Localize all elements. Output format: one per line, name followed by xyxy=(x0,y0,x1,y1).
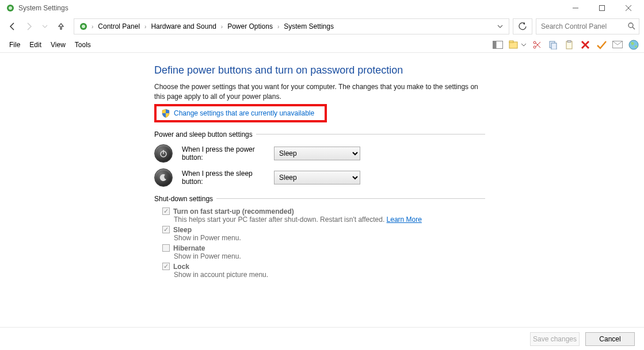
svg-rect-12 xyxy=(509,42,517,48)
item-desc: Show in account picture menu. xyxy=(174,271,485,279)
menu-row: File Edit View Tools xyxy=(0,37,644,53)
toolbar xyxy=(492,37,639,52)
back-button[interactable] xyxy=(5,18,21,34)
page-heading: Define power buttons and turn on passwor… xyxy=(154,64,485,76)
shutdown-item-lock: Lock Show in account picture menu. xyxy=(162,263,485,279)
sleep-button-row: When I press the sleep button: Sleep xyxy=(154,168,485,187)
svg-line-9 xyxy=(632,27,635,29)
chevron-right-icon[interactable]: › xyxy=(143,24,147,30)
up-button[interactable] xyxy=(53,18,69,34)
breadcrumb-item[interactable]: Control Panel xyxy=(94,19,143,34)
checkbox-hibernate[interactable] xyxy=(162,244,170,252)
checkmark-icon[interactable] xyxy=(596,39,607,51)
power-icon xyxy=(154,144,173,163)
highlighted-change-settings: Change settings that are currently unava… xyxy=(154,104,327,122)
titlebar: System Settings xyxy=(0,0,644,16)
menu-file[interactable]: File xyxy=(5,41,25,49)
breadcrumb-label: Control Panel xyxy=(98,22,140,30)
footer: Save changes Cancel xyxy=(0,327,644,350)
svg-point-8 xyxy=(628,23,633,28)
shield-icon xyxy=(161,109,170,118)
power-button-label: When I press the power button: xyxy=(182,145,274,161)
minimize-button[interactable] xyxy=(562,0,589,16)
chevron-right-icon[interactable]: › xyxy=(90,24,94,30)
address-icon xyxy=(79,22,88,31)
svg-point-14 xyxy=(534,46,536,48)
clipboard-icon[interactable] xyxy=(563,39,575,51)
svg-point-25 xyxy=(629,40,638,49)
folder-tool-icon[interactable] xyxy=(508,39,527,51)
breadcrumb-label: Power Options xyxy=(227,22,273,30)
delete-icon[interactable] xyxy=(580,39,591,51)
shutdown-item-faststartup: Turn on fast start-up (recommended) This… xyxy=(162,207,485,224)
cancel-button[interactable]: Cancel xyxy=(585,332,635,346)
checkbox-faststartup[interactable] xyxy=(162,207,170,215)
menu-edit[interactable]: Edit xyxy=(25,41,46,49)
checkbox-label: Turn on fast start-up (recommended) xyxy=(173,207,294,216)
svg-point-1 xyxy=(9,6,12,10)
mail-icon[interactable] xyxy=(612,39,623,51)
section-shutdown: Shut-down settings xyxy=(154,195,485,203)
chevron-right-icon[interactable]: › xyxy=(276,24,280,30)
window-controls xyxy=(562,0,642,16)
svg-line-16 xyxy=(536,43,540,48)
svg-point-7 xyxy=(82,25,85,28)
globe-icon[interactable] xyxy=(628,39,639,51)
copy-icon[interactable] xyxy=(547,39,559,51)
svg-line-17 xyxy=(536,42,540,47)
menu-tools[interactable]: Tools xyxy=(70,41,96,49)
forward-button[interactable] xyxy=(21,18,37,34)
item-desc: This helps start your PC faster after sh… xyxy=(174,216,485,224)
breadcrumb-item[interactable]: Hardware and Sound xyxy=(147,19,219,34)
divider xyxy=(216,198,485,199)
chevron-right-icon[interactable]: › xyxy=(220,24,224,30)
item-desc: Show in Power menu. xyxy=(174,252,485,260)
power-button-select[interactable]: Sleep xyxy=(274,147,360,160)
search-box[interactable] xyxy=(536,18,639,34)
shutdown-item-sleep: Sleep Show in Power menu. xyxy=(162,226,485,242)
nav-row: › Control Panel › Hardware and Sound › P… xyxy=(0,16,644,37)
svg-rect-3 xyxy=(600,5,605,10)
svg-rect-13 xyxy=(509,41,513,43)
search-icon[interactable] xyxy=(627,22,635,32)
panel-icon[interactable] xyxy=(492,39,504,51)
content-area: Define power buttons and turn on passwor… xyxy=(0,53,644,327)
breadcrumb-item[interactable]: Power Options xyxy=(224,19,276,34)
power-button-row: When I press the power button: Sleep xyxy=(154,144,485,163)
checkbox-label: Hibernate xyxy=(173,244,205,252)
scissors-icon[interactable] xyxy=(531,39,543,51)
save-changes-button[interactable]: Save changes xyxy=(530,332,580,346)
divider xyxy=(256,134,485,134)
svg-point-15 xyxy=(534,41,536,44)
svg-point-26 xyxy=(635,45,637,48)
app-icon xyxy=(6,3,15,13)
learn-more-link[interactable]: Learn More xyxy=(387,216,422,224)
desc-text: This helps start your PC faster after sh… xyxy=(174,216,387,224)
menu-view[interactable]: View xyxy=(46,41,70,49)
section-label: Power and sleep button settings xyxy=(154,130,253,139)
change-settings-link[interactable]: Change settings that are currently unava… xyxy=(174,109,314,117)
close-button[interactable] xyxy=(615,0,642,16)
address-dropdown[interactable] xyxy=(494,19,506,34)
page-intro: Choose the power settings that you want … xyxy=(154,82,485,102)
section-label: Shut-down settings xyxy=(154,195,213,203)
item-desc: Show in Power menu. xyxy=(174,234,485,242)
checkbox-lock[interactable] xyxy=(162,263,170,270)
checkbox-sleep[interactable] xyxy=(162,226,170,233)
maximize-button[interactable] xyxy=(589,0,615,16)
window-title: System Settings xyxy=(18,4,68,12)
sleep-button-label: When I press the sleep button: xyxy=(182,170,274,186)
section-power-sleep: Power and sleep button settings xyxy=(154,130,485,139)
svg-rect-21 xyxy=(567,40,571,42)
shutdown-item-hibernate: Hibernate Show in Power menu. xyxy=(162,244,485,260)
refresh-button[interactable] xyxy=(513,18,532,34)
address-bar[interactable]: › Control Panel › Hardware and Sound › P… xyxy=(74,18,509,34)
breadcrumb-item[interactable]: System Settings xyxy=(280,19,337,34)
svg-rect-19 xyxy=(551,43,557,49)
recent-dropdown[interactable] xyxy=(37,18,53,34)
breadcrumb-label: System Settings xyxy=(284,22,334,30)
sleep-button-select[interactable]: Sleep xyxy=(274,171,360,184)
address-right xyxy=(494,19,506,34)
search-input[interactable] xyxy=(540,22,627,31)
checkbox-label: Lock xyxy=(173,263,189,271)
